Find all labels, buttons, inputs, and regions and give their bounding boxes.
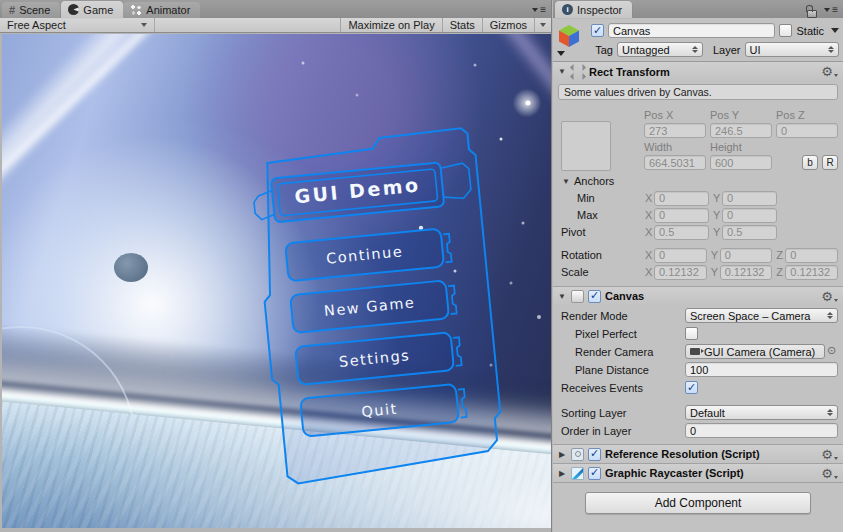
plane-distance-field[interactable]: 100 xyxy=(685,362,838,377)
min-y-field[interactable]: 0 xyxy=(722,191,777,206)
reference-resolution-title: Reference Resolution (Script) xyxy=(605,448,760,460)
graphic-raycaster-header[interactable]: Graphic Raycaster (Script) xyxy=(553,463,843,482)
lock-icon[interactable] xyxy=(807,10,817,18)
render-camera-row: Render Camera GUI Camera (Camera) xyxy=(553,343,843,360)
gameobject-cube-icon[interactable] xyxy=(557,22,587,58)
pos-z-label: Pos Z xyxy=(776,107,838,122)
canvas-header[interactable]: Canvas xyxy=(553,286,843,305)
scale-z-field[interactable]: 0.12132 xyxy=(785,265,838,280)
rotation-z-field[interactable]: 0 xyxy=(785,248,838,263)
layer-dropdown[interactable]: UI xyxy=(745,42,839,57)
foldout-icon[interactable] xyxy=(561,177,571,186)
gear-icon[interactable] xyxy=(821,467,838,480)
tab-game[interactable]: Game xyxy=(61,1,123,18)
anchors-foldout-row[interactable]: Anchors xyxy=(553,173,843,189)
chevron-down-icon xyxy=(141,23,147,27)
aspect-dropdown[interactable]: Free Aspect xyxy=(0,18,155,32)
render-camera-label: Render Camera xyxy=(561,346,685,358)
layer-value: UI xyxy=(750,44,761,56)
pivot-x-field[interactable]: 0.5 xyxy=(654,225,709,240)
foldout-icon[interactable] xyxy=(557,292,567,301)
order-in-layer-field[interactable]: 0 xyxy=(685,423,838,438)
pixel-perfect-row: Pixel Perfect xyxy=(553,325,843,342)
gear-icon[interactable] xyxy=(821,65,838,78)
scale-x-field[interactable]: 0.12132 xyxy=(654,265,707,280)
min-label: Min xyxy=(561,192,645,204)
animator-icon xyxy=(130,4,142,16)
tab-game-label: Game xyxy=(83,4,113,16)
scale-y-field[interactable]: 0.12132 xyxy=(720,265,773,280)
driven-values-text: Some values driven by Canvas. xyxy=(564,86,712,98)
tab-scene-label: Scene xyxy=(19,4,50,16)
rect-transform-header[interactable]: Rect Transform xyxy=(553,62,843,81)
pos-y-field[interactable]: 246.5 xyxy=(710,123,772,138)
receives-events-checkbox[interactable] xyxy=(685,381,698,394)
star-halo xyxy=(510,86,544,120)
dropdown-arrows-icon xyxy=(688,46,698,53)
icon-expand-arrow[interactable] xyxy=(557,51,565,56)
blueprint-mode-button[interactable]: b xyxy=(802,155,818,170)
inspector-tabbar: Inspector xyxy=(553,0,843,18)
gizmos-label: Gizmos xyxy=(490,19,527,31)
rotation-x-field[interactable]: 0 xyxy=(654,248,707,263)
graphic-raycaster-enabled-checkbox[interactable] xyxy=(588,467,601,480)
info-icon xyxy=(562,4,573,15)
tag-dropdown[interactable]: Untagged xyxy=(617,42,703,57)
max-x-field[interactable]: 0 xyxy=(654,208,709,223)
aspect-dropdown-label: Free Aspect xyxy=(7,19,66,31)
sci-fi-menu-panel: GUI Demo Continue New Game Settings Quit xyxy=(222,120,551,499)
scene-grid-icon xyxy=(9,4,15,16)
active-checkbox[interactable] xyxy=(591,24,604,37)
anchors-min-row: Min X 0 Y 0 xyxy=(553,190,843,206)
pivot-y-field[interactable]: 0.5 xyxy=(722,225,777,240)
tab-scene[interactable]: Scene xyxy=(2,2,60,18)
canvas-component: Canvas Render Mode Screen Space – Camera… xyxy=(553,286,843,444)
game-toolbar: Free Aspect Maximize on Play Stats Gizmo… xyxy=(0,18,551,33)
receives-events-row: Receives Events xyxy=(553,379,843,396)
layer-label: Layer xyxy=(713,44,741,56)
reference-resolution-enabled-checkbox[interactable] xyxy=(588,448,601,461)
camera-icon xyxy=(690,348,700,355)
max-y-field[interactable]: 0 xyxy=(722,208,777,223)
gizmos-button[interactable]: Gizmos xyxy=(482,18,534,32)
object-picker-icon[interactable] xyxy=(825,344,838,359)
min-x-field[interactable]: 0 xyxy=(654,191,709,206)
name-field[interactable]: Canvas xyxy=(608,23,775,38)
tab-animator[interactable]: Animator xyxy=(123,2,200,18)
maximize-on-play-button[interactable]: Maximize on Play xyxy=(340,18,441,32)
inspector-pane-menu-icon[interactable] xyxy=(824,6,843,18)
sorting-layer-dropdown[interactable]: Default xyxy=(685,405,838,420)
rotation-y-field[interactable]: 0 xyxy=(720,248,773,263)
add-component-button[interactable]: Add Component xyxy=(585,492,811,514)
render-camera-object-field[interactable]: GUI Camera (Camera) xyxy=(685,344,825,359)
foldout-icon[interactable] xyxy=(557,67,567,76)
render-mode-dropdown[interactable]: Screen Space – Camera xyxy=(685,308,838,323)
static-label: Static xyxy=(796,25,824,37)
raw-edit-mode-button[interactable]: R xyxy=(822,155,838,170)
pos-x-label: Pos X xyxy=(644,107,706,122)
height-field[interactable]: 600 xyxy=(710,155,772,170)
width-field[interactable]: 664.5031 xyxy=(644,155,706,170)
canvas-title: Canvas xyxy=(605,290,644,302)
pos-z-field[interactable]: 0 xyxy=(776,123,838,138)
game-viewport: GUI Demo Continue New Game Settings Quit xyxy=(2,34,551,528)
rotation-label: Rotation xyxy=(561,249,645,261)
static-dropdown-arrow[interactable] xyxy=(831,28,839,33)
rect-transform-icon xyxy=(571,65,585,79)
tab-animator-label: Animator xyxy=(146,4,190,16)
foldout-icon[interactable] xyxy=(557,469,567,478)
gear-icon[interactable] xyxy=(821,448,838,461)
pixel-perfect-checkbox[interactable] xyxy=(685,327,698,340)
gizmos-dropdown-arrow[interactable] xyxy=(534,18,551,32)
anchors-label: Anchors xyxy=(574,175,614,187)
reference-resolution-header[interactable]: Reference Resolution (Script) xyxy=(553,444,843,463)
gear-icon[interactable] xyxy=(821,290,838,303)
game-pane-menu-icon[interactable] xyxy=(532,6,551,18)
canvas-enabled-checkbox[interactable] xyxy=(588,290,601,303)
foldout-icon[interactable] xyxy=(557,450,567,459)
static-checkbox[interactable] xyxy=(779,24,792,37)
tab-inspector[interactable]: Inspector xyxy=(555,1,632,18)
pos-x-field[interactable]: 273 xyxy=(644,123,706,138)
stats-button[interactable]: Stats xyxy=(442,18,482,32)
tag-label: Tag xyxy=(591,44,613,56)
